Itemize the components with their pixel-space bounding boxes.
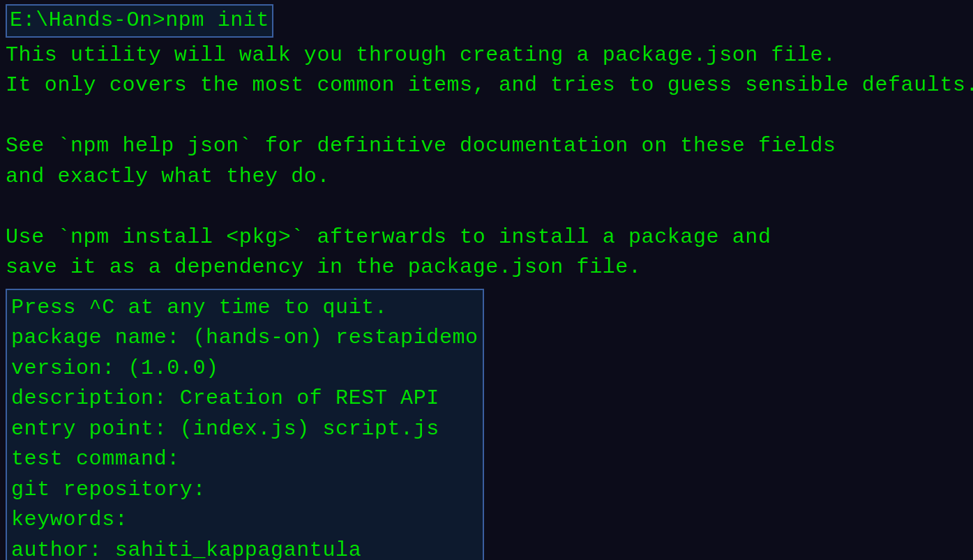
- command-line: E:\Hands-On>npm init: [10, 6, 269, 36]
- command-box: E:\Hands-On>npm init: [6, 4, 273, 38]
- blank-1: [6, 101, 967, 132]
- prompt-line-7: keywords:: [11, 505, 478, 536]
- prompt-line-1: package name: (hands-on) restapidemo: [11, 323, 478, 354]
- prompt-line-8: author: sahiti_kappagantula: [11, 536, 478, 561]
- info-line-1: This utility will walk you through creat…: [6, 40, 967, 71]
- prompt-line-2: version: (1.0.0): [11, 354, 478, 384]
- info-line-3: See `npm help json` for definitive docum…: [6, 131, 967, 162]
- info-line-4: and exactly what they do.: [6, 162, 967, 192]
- prompt-line-3: description: Creation of REST API: [11, 384, 478, 414]
- prompt-box: Press ^C at any time to quit. package na…: [6, 289, 484, 561]
- prompt-line-4: entry point: (index.js) script.js: [11, 414, 478, 445]
- info-line-2: It only covers the most common items, an…: [6, 70, 967, 101]
- prompt-line-0: Press ^C at any time to quit.: [11, 293, 478, 324]
- info-line-6: save it as a dependency in the package.j…: [6, 252, 967, 283]
- prompt-line-6: git repository:: [11, 475, 478, 506]
- terminal-screen: E:\Hands-On>npm init This utility will w…: [6, 4, 967, 556]
- info-line-5: Use `npm install <pkg>` afterwards to in…: [6, 222, 967, 253]
- prompt-line-5: test command:: [11, 444, 478, 475]
- blank-2: [6, 192, 967, 222]
